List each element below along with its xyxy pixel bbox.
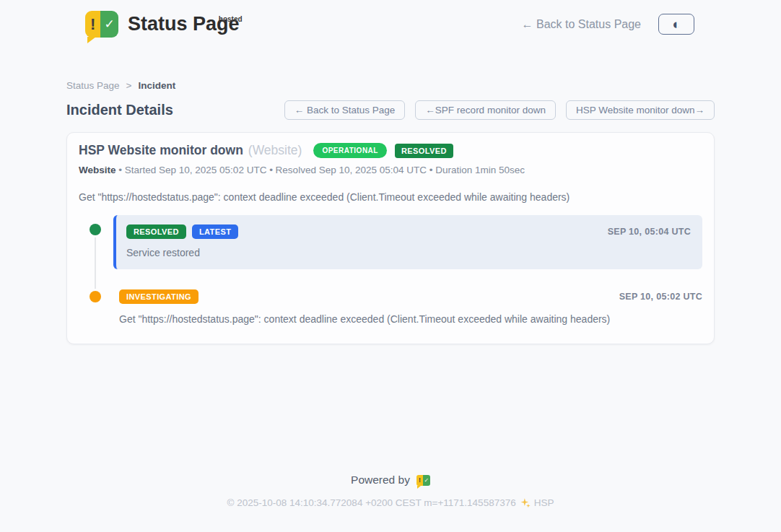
incident-meta-component: Website (79, 165, 116, 175)
timeline-entry-box: RESOLVED LATEST SEP 10, 05:04 UTC Servic… (113, 215, 702, 269)
checkmark-icon: ✓ (423, 475, 430, 486)
main-content: Status Page > Incident Incident Details … (66, 80, 715, 344)
incident-meta-details: • Started Sep 10, 2025 05:02 UTC • Resol… (118, 165, 525, 175)
page-title: Incident Details (66, 102, 173, 118)
header-actions: ← Back to Status Page ◐ (522, 14, 694, 35)
powered-by-link[interactable]: Powered by ! ✓ (351, 474, 430, 487)
statuspage-logo[interactable]: ! ✓ Status Page hosted (85, 11, 243, 38)
title-row: Incident Details ← Back to Status Page ←… (66, 100, 715, 120)
powered-by-label: Powered by (351, 474, 410, 487)
breadcrumb: Status Page > Incident (66, 80, 715, 91)
page-footer: Powered by ! ✓ © 2025-10-08 14:10:34.772… (0, 474, 781, 508)
statuspage-logo-icon: ! ✓ (85, 11, 118, 38)
contrast-icon: ◐ (672, 17, 680, 31)
exclamation-icon: ! (416, 475, 423, 486)
brand-name: Status Page hosted (128, 11, 243, 38)
incident-meta: Website • Started Sep 10, 2025 05:02 UTC… (79, 165, 702, 175)
timeline-timestamp: SEP 10, 05:04 UTC (608, 227, 691, 237)
incident-description: Get "https://hostedstatus.page": context… (79, 191, 702, 203)
site-header: ! ✓ Status Page hosted ← Back to Status … (66, 0, 715, 38)
previous-incident-button[interactable]: ←SPF record monitor down (415, 100, 556, 120)
back-to-status-page-button[interactable]: ← Back to Status Page (284, 100, 406, 120)
timeline-timestamp: SEP 10, 05:02 UTC (619, 292, 702, 302)
investigating-badge: INVESTIGATING (119, 289, 198, 304)
latest-badge: LATEST (192, 224, 238, 239)
sparkles-icon (520, 497, 531, 508)
breadcrumb-incident: Incident (138, 80, 175, 91)
timeline-dot-orange (90, 291, 101, 302)
copyright-line: © 2025-10-08 14:10:34.772084 +0200 CEST … (0, 497, 781, 508)
exclamation-icon: ! (85, 11, 100, 38)
resolved-badge: RESOLVED (126, 224, 186, 239)
incident-title-row: HSP Website monitor down (Website) OPERA… (79, 143, 702, 158)
incident-component-label: (Website) (248, 143, 302, 158)
brand-superscript: hosted (219, 6, 243, 32)
incident-timeline: RESOLVED LATEST SEP 10, 05:04 UTC Servic… (79, 215, 702, 325)
checkmark-icon: ✓ (100, 11, 118, 38)
copyright-text: © 2025-10-08 14:10:34.772084 +0200 CEST … (227, 497, 516, 508)
incident-title: HSP Website monitor down (79, 143, 243, 158)
next-incident-button[interactable]: HSP Website monitor down→ (566, 100, 715, 120)
statuspage-mini-logo-icon: ! ✓ (416, 475, 430, 486)
timeline-message: Service restored (126, 247, 691, 258)
breadcrumb-status-page[interactable]: Status Page (66, 80, 120, 91)
header-back-to-status-page-link[interactable]: ← Back to Status Page (522, 18, 641, 31)
breadcrumb-separator: > (126, 80, 132, 91)
timeline-entry-investigating: INVESTIGATING SEP 10, 05:02 UTC Get "htt… (79, 289, 702, 325)
incident-nav-buttons: ← Back to Status Page ←SPF record monito… (284, 100, 715, 120)
timeline-dot-green (90, 224, 101, 235)
copyright-suffix: HSP (534, 497, 554, 508)
resolved-status-badge: RESOLVED (395, 144, 453, 158)
incident-card: HSP Website monitor down (Website) OPERA… (66, 132, 715, 344)
theme-toggle-button[interactable]: ◐ (658, 14, 694, 35)
timeline-entry-resolved: RESOLVED LATEST SEP 10, 05:04 UTC Servic… (79, 215, 702, 269)
timeline-message: Get "https://hostedstatus.page": context… (119, 313, 702, 325)
operational-badge: OPERATIONAL (313, 143, 387, 158)
